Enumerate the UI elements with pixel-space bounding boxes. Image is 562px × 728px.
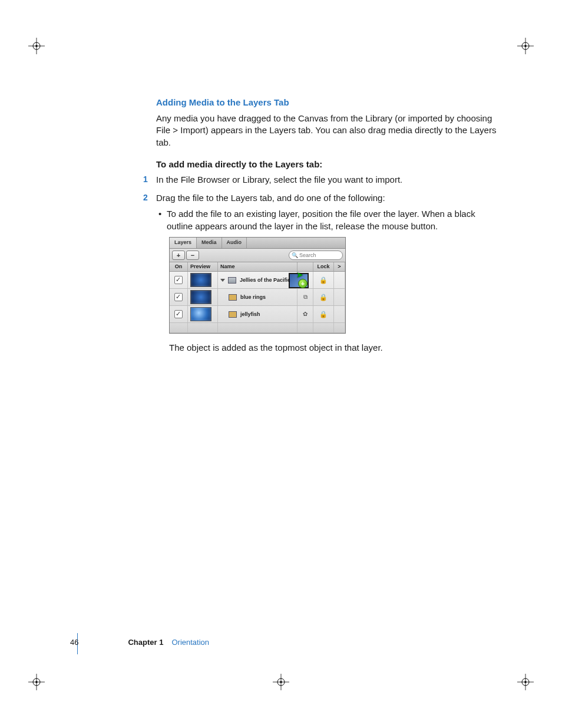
column-header-row: On Preview Name Lock > xyxy=(170,262,345,272)
layer-thumbnail xyxy=(190,307,211,321)
lock-icon[interactable]: 🔒 xyxy=(319,293,328,302)
crop-mark-icon xyxy=(517,674,534,690)
layer-name: jellyfish xyxy=(240,311,260,318)
section-heading: Adding Media to the Layers Tab xyxy=(156,97,498,109)
lock-icon[interactable]: 🔒 xyxy=(319,276,328,285)
col-status xyxy=(297,262,313,271)
panel-toolbar: + − 🔍Search xyxy=(170,249,345,262)
search-icon: 🔍 xyxy=(292,252,298,259)
page-footer: 46 Chapter 1 Orientation xyxy=(70,638,209,647)
layer-row[interactable]: jellyfish ✿ 🔒 xyxy=(170,306,345,323)
crop-mark-icon xyxy=(28,38,45,54)
tab-layers[interactable]: Layers xyxy=(170,238,197,248)
col-on[interactable]: On xyxy=(170,262,188,271)
layer-thumbnail xyxy=(190,290,211,304)
image-icon xyxy=(229,294,237,301)
result-paragraph: The object is added as the topmost objec… xyxy=(169,342,498,354)
visibility-checkbox[interactable] xyxy=(174,276,183,284)
image-icon xyxy=(229,311,237,318)
step-1: 1In the File Browser or Library, select … xyxy=(156,174,498,192)
visibility-checkbox[interactable] xyxy=(174,310,183,318)
step-text: In the File Browser or Library, select t… xyxy=(156,174,402,185)
tab-media[interactable]: Media xyxy=(197,238,222,248)
crop-mark-icon xyxy=(273,674,289,690)
lock-icon[interactable]: 🔒 xyxy=(319,310,328,319)
intro-paragraph: Any media you have dragged to the Canvas… xyxy=(156,113,498,149)
step-text: Drag the file to the Layers tab, and do … xyxy=(156,193,385,203)
empty-row xyxy=(170,323,345,333)
link-icon[interactable]: ⧉ xyxy=(303,293,308,301)
col-name[interactable]: Name xyxy=(218,262,297,271)
disclosure-triangle-icon[interactable] xyxy=(220,279,225,282)
sub-bullet: To add the file to an existing layer, po… xyxy=(156,208,498,232)
chapter-label: Chapter 1 xyxy=(128,638,163,647)
step-number: 1 xyxy=(143,174,148,185)
visibility-checkbox[interactable] xyxy=(174,293,183,301)
search-placeholder: Search xyxy=(299,252,316,259)
main-content: Adding Media to the Layers Tab Any media… xyxy=(156,97,498,370)
crop-mark-icon xyxy=(28,674,45,690)
layer-thumbnail xyxy=(190,273,211,287)
layer-row[interactable]: blue rings ⧉ 🔒 xyxy=(170,289,345,306)
step-number: 2 xyxy=(143,192,148,203)
add-button[interactable]: + xyxy=(172,251,185,260)
col-lock[interactable]: Lock xyxy=(313,262,334,271)
crop-mark-icon xyxy=(517,38,534,54)
chapter-title: Orientation xyxy=(171,638,209,647)
search-input[interactable]: 🔍Search xyxy=(289,251,343,260)
procedure-heading: To add media directly to the Layers tab: xyxy=(156,159,498,171)
tab-audio[interactable]: Audio xyxy=(222,238,247,248)
remove-button[interactable]: − xyxy=(186,251,199,260)
panel-tabs: Layers Media Audio xyxy=(170,238,345,249)
layer-name: blue rings xyxy=(240,294,266,301)
behavior-icon[interactable]: ✿ xyxy=(303,310,308,318)
group-icon xyxy=(228,277,236,284)
layers-panel: Layers Media Audio + − 🔍Search On Previe… xyxy=(169,237,346,334)
page-number: 46 xyxy=(70,638,78,647)
layer-name: Jellies of the Pacific xyxy=(240,276,290,284)
col-preview[interactable]: Preview xyxy=(188,262,218,271)
layer-row[interactable]: Jellies of the Pacific 🔒 ➤ + xyxy=(170,272,345,289)
step-2: 2Drag the file to the Layers tab, and do… xyxy=(156,192,498,370)
col-expand[interactable]: > xyxy=(334,262,345,271)
